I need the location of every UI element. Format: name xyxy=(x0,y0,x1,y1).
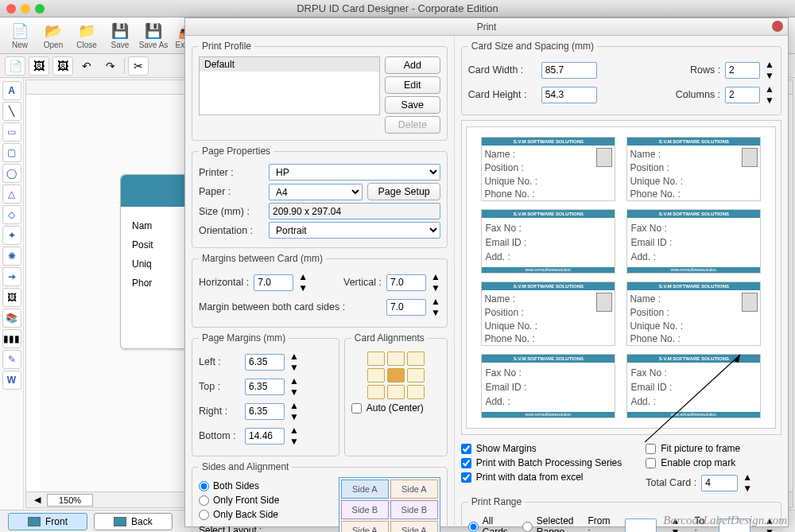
layout-b2[interactable]: Side B xyxy=(390,500,438,519)
maximize-window-icon[interactable] xyxy=(35,4,45,14)
watermark-tool-icon[interactable]: W xyxy=(2,371,21,390)
sides-alignment-group: Sides and Alignment Both Sides Only Fron… xyxy=(192,461,448,532)
sign-tool-icon[interactable]: ✎ xyxy=(2,350,21,369)
tool-image-icon[interactable]: 🖼 xyxy=(29,56,49,76)
margins-group: Margins between Card (mm) Horizontal : ▲… xyxy=(192,253,448,328)
print-dialog: Print Print Profile Default Add Edit Sav… xyxy=(184,17,789,527)
close-button[interactable]: 📁Close xyxy=(72,21,102,49)
align-tc[interactable] xyxy=(387,351,405,366)
layout-b1[interactable]: Side B xyxy=(341,500,389,519)
library-tool-icon[interactable]: 📚 xyxy=(2,309,21,328)
left-toolbar: A ╲ ▭ ▢ ◯ △ ◇ ✦ ✺ ➔ 🖼 📚 ▮▮▮ ✎ W xyxy=(0,78,24,510)
dialog-title: Print xyxy=(185,18,788,36)
align-mr[interactable] xyxy=(407,368,425,382)
dialog-close-icon[interactable] xyxy=(772,21,783,32)
profile-list[interactable]: Default xyxy=(199,56,380,115)
profile-save-button[interactable]: Save xyxy=(385,96,440,114)
tab-back[interactable]: Back xyxy=(94,513,173,530)
pm-right-input[interactable] xyxy=(245,403,285,420)
cut-icon[interactable]: ✂ xyxy=(128,56,149,76)
page-setup-button[interactable]: Page Setup xyxy=(367,183,440,200)
close-window-icon[interactable] xyxy=(6,4,16,14)
open-button[interactable]: 📂Open xyxy=(38,21,68,49)
size-field xyxy=(269,203,440,219)
save-icon: 💾 xyxy=(111,21,130,41)
align-mc[interactable] xyxy=(387,368,405,382)
layout-a2[interactable]: Side A xyxy=(390,480,438,499)
align-bc[interactable] xyxy=(387,385,405,399)
front-side-radio[interactable] xyxy=(199,495,209,506)
print-preview: S.V.M SOFTWARE SOLUTIONS Name :Position … xyxy=(466,126,776,429)
star-tool-icon[interactable]: ✦ xyxy=(2,226,21,245)
preview-card: S.V.M SOFTWARE SOLUTIONS Fax No :Email I… xyxy=(626,354,761,418)
batch-checkbox[interactable] xyxy=(461,458,471,468)
all-cards-radio[interactable] xyxy=(468,522,479,532)
margin-both-input[interactable] xyxy=(386,299,426,316)
print-profile-group: Print Profile Default Add Edit Save Dele… xyxy=(192,41,448,141)
crop-mark-checkbox[interactable] xyxy=(646,458,656,468)
rect-tool-icon[interactable]: ▭ xyxy=(2,122,21,142)
both-sides-radio[interactable] xyxy=(199,481,209,491)
profile-default[interactable]: Default xyxy=(200,57,379,72)
paper-select[interactable]: A4 xyxy=(269,184,363,200)
roundrect-tool-icon[interactable]: ▢ xyxy=(2,143,21,162)
tool-export-icon[interactable]: 🖼 xyxy=(52,56,73,76)
layout-a1[interactable]: Side A xyxy=(341,480,389,499)
pm-bottom-input[interactable] xyxy=(245,428,285,445)
align-tr[interactable] xyxy=(407,351,425,366)
pm-top-input[interactable] xyxy=(245,379,285,395)
align-tl[interactable] xyxy=(367,351,385,366)
triangle-tool-icon[interactable]: △ xyxy=(2,184,21,204)
card-width-input[interactable] xyxy=(541,62,597,79)
side-layout-preview: Side ASide A Side BSide B Side ASide A S… xyxy=(339,477,440,532)
layout-a3[interactable]: Side A xyxy=(341,521,389,532)
minimize-window-icon[interactable] xyxy=(21,4,30,14)
cols-input[interactable] xyxy=(725,87,760,103)
save-button[interactable]: 💾Save xyxy=(105,21,135,49)
text-tool-icon[interactable]: A xyxy=(2,81,21,100)
zoom-select[interactable]: 150% xyxy=(47,494,93,507)
profile-delete-button[interactable]: Delete xyxy=(385,116,440,134)
dialog-right-panel: Card Size and Spacing (mm) Card Width : … xyxy=(454,36,788,526)
back-side-radio[interactable] xyxy=(199,510,209,520)
undo-icon[interactable]: ↶ xyxy=(76,56,97,76)
margin-vert-input[interactable] xyxy=(386,274,426,291)
profile-add-button[interactable]: Add xyxy=(385,56,440,74)
align-bl[interactable] xyxy=(367,385,385,399)
show-margins-checkbox[interactable] xyxy=(461,444,471,454)
printer-select[interactable]: HP xyxy=(269,164,440,181)
range-from-input[interactable] xyxy=(625,518,657,533)
titlebar: DRPU ID Card Designer - Corporate Editio… xyxy=(0,0,795,17)
total-card-input[interactable] xyxy=(701,475,738,491)
tool-doc-icon[interactable]: 📄 xyxy=(5,56,25,76)
arrow-tool-icon[interactable]: ➔ xyxy=(2,267,21,286)
redo-icon[interactable]: ↷ xyxy=(100,56,121,76)
selected-range-radio[interactable] xyxy=(522,522,533,532)
fit-pic-checkbox[interactable] xyxy=(646,444,656,454)
tab-front[interactable]: Front xyxy=(8,513,87,530)
window-title: DRPU ID Card Designer - Corporate Editio… xyxy=(297,2,498,14)
line-tool-icon[interactable]: ╲ xyxy=(2,102,21,121)
align-ml[interactable] xyxy=(367,368,385,382)
saveas-button[interactable]: 💾Save As xyxy=(138,21,169,49)
card-size-group: Card Size and Spacing (mm) Card Width : … xyxy=(461,41,781,115)
profile-edit-button[interactable]: Edit xyxy=(385,76,440,94)
preview-card: S.V.M SOFTWARE SOLUTIONS Fax No :Email I… xyxy=(481,209,615,274)
layout-a4[interactable]: Side A xyxy=(390,521,438,532)
ellipse-tool-icon[interactable]: ◯ xyxy=(2,164,21,183)
new-button[interactable]: 📄New xyxy=(5,21,35,49)
card-height-input[interactable] xyxy=(541,87,597,103)
excel-checkbox[interactable] xyxy=(461,472,471,483)
rows-input[interactable] xyxy=(725,62,760,79)
image-tool-icon[interactable]: 🖼 xyxy=(2,288,21,307)
barcode-tool-icon[interactable]: ▮▮▮ xyxy=(2,329,21,348)
close-folder-icon: 📁 xyxy=(77,21,96,41)
auto-center-checkbox[interactable] xyxy=(351,403,362,414)
pm-left-input[interactable] xyxy=(245,354,285,371)
burst-tool-icon[interactable]: ✺ xyxy=(2,247,21,266)
orientation-select[interactable]: Portrait xyxy=(269,222,440,239)
diamond-tool-icon[interactable]: ◇ xyxy=(2,205,21,224)
margin-horiz-input[interactable] xyxy=(254,274,293,291)
watermark: BarcodeLabelDesign.com xyxy=(663,514,787,527)
align-br[interactable] xyxy=(407,385,425,399)
